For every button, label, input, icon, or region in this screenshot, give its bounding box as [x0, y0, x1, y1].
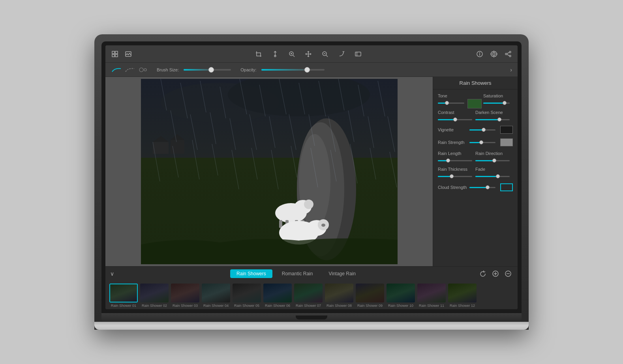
- add-icon[interactable]: [491, 269, 500, 278]
- rain-strength-swatch[interactable]: [500, 138, 513, 146]
- crop-icon[interactable]: [254, 49, 263, 59]
- toolbar-right-icons: [475, 49, 513, 59]
- toolbar-left-icons: [110, 49, 142, 59]
- rain-length-slider[interactable]: [438, 157, 475, 164]
- zoom-in-icon[interactable]: [287, 49, 296, 59]
- toolbar-center-icons: [142, 49, 475, 59]
- rain-strength-row: Rain Strength: [438, 138, 513, 146]
- screen-bezel: Brush Size: Opacity: ›: [101, 41, 522, 313]
- thumbnail-item[interactable]: Rain Shower 01: [109, 284, 138, 308]
- grid-icon[interactable]: [110, 49, 120, 59]
- info-icon[interactable]: [475, 49, 484, 59]
- rain-strength-slider[interactable]: [469, 139, 495, 146]
- thumbnail-item[interactable]: Rain Shower 12: [448, 284, 477, 308]
- redo-icon[interactable]: [337, 49, 346, 59]
- thumbnail-item[interactable]: Rain Shower 04: [202, 284, 230, 308]
- svg-rect-13: [355, 52, 361, 56]
- panel-title: Rain Showers: [433, 77, 518, 90]
- rain-thickness-slider[interactable]: [438, 173, 475, 179]
- brush-toolbar: Brush Size: Opacity: ›: [105, 63, 518, 77]
- svg-rect-1: [115, 51, 118, 54]
- vignette-row: Vignette: [438, 126, 513, 134]
- contrast-darken-row: Contrast Darken Scene: [438, 110, 513, 123]
- thumbnail-item[interactable]: Rain Shower 10: [387, 284, 415, 308]
- screen-content: Brush Size: Opacity: ›: [105, 45, 518, 309]
- brush-tool-1[interactable]: [111, 65, 122, 74]
- refresh-icon[interactable]: [478, 269, 488, 278]
- rain-thickness-label: Rain Thickness: [438, 167, 475, 172]
- rain-thickness-fade-row: Rain Thickness Fade: [438, 167, 513, 179]
- vignette-slider[interactable]: [469, 126, 495, 133]
- svg-rect-0: [112, 51, 114, 54]
- tone-color-swatch[interactable]: [467, 99, 482, 108]
- thumbnail-item[interactable]: Rain Shower 08: [325, 284, 353, 308]
- contrast-label: Contrast: [438, 110, 475, 115]
- rain-direction-slider[interactable]: [475, 157, 513, 164]
- bottom-icons: [478, 269, 513, 278]
- brush-size-slider[interactable]: [184, 69, 231, 71]
- zoom-out-icon[interactable]: [320, 49, 330, 59]
- darken-scene-slider[interactable]: [475, 116, 513, 123]
- laptop-base: [94, 322, 529, 330]
- brush-tools: [111, 65, 149, 74]
- thumbnail-item[interactable]: Rain Shower 03: [171, 284, 199, 308]
- brush-tool-3[interactable]: [138, 65, 149, 74]
- brush-tool-2[interactable]: [124, 65, 135, 74]
- svg-point-25: [144, 69, 146, 71]
- canvas-area: [105, 77, 433, 266]
- svg-point-20: [509, 51, 511, 53]
- contrast-slider[interactable]: [438, 116, 475, 123]
- svg-point-19: [505, 53, 507, 55]
- thumbnail-item[interactable]: Rain Shower 06: [263, 284, 292, 308]
- right-panel: Rain Showers Tone: [433, 77, 518, 266]
- fade-slider[interactable]: [475, 173, 513, 179]
- collapse-icon[interactable]: ∨: [110, 271, 114, 277]
- tone-slider[interactable]: [438, 100, 467, 106]
- tab-group: Rain Showers Romantic Rain Vintage Rain: [118, 269, 474, 278]
- svg-rect-3: [115, 54, 118, 57]
- cloud-strength-swatch[interactable]: [500, 183, 513, 191]
- thumbnail-item[interactable]: Rain Shower 05: [233, 284, 261, 308]
- move-icon[interactable]: [304, 49, 313, 59]
- svg-rect-2: [112, 54, 114, 57]
- rain-length-direction-row: Rain Length Rain Direction: [438, 151, 513, 164]
- rain-strength-label: Rain Strength: [438, 140, 469, 145]
- cloud-strength-row: Cloud Strength: [438, 183, 513, 191]
- saturation-label: Saturation: [483, 93, 513, 98]
- main-image: [141, 79, 398, 264]
- cloud-strength-slider[interactable]: [469, 184, 495, 191]
- opacity-label: Opacity:: [240, 67, 256, 72]
- minus-icon[interactable]: [503, 269, 513, 278]
- bottom-bar: ∨ Rain Showers Romantic Rain Vintage Rai…: [105, 266, 518, 280]
- svg-point-24: [139, 68, 143, 72]
- saturation-slider[interactable]: [483, 100, 513, 106]
- rock-element: [286, 107, 341, 241]
- laptop-bottom: [101, 313, 522, 322]
- rain-length-label: Rain Length: [438, 151, 475, 156]
- expand-icon[interactable]: ›: [510, 67, 512, 73]
- panel-controls: Tone Saturation: [433, 90, 518, 266]
- brush-size-label: Brush Size:: [157, 67, 179, 72]
- darken-scene-label: Darken Scene: [475, 110, 513, 115]
- pin-icon[interactable]: [270, 49, 280, 59]
- rain-direction-label: Rain Direction: [475, 151, 513, 156]
- vignette-label: Vignette: [438, 127, 469, 132]
- tone-label: Tone: [438, 93, 467, 98]
- tab-vintage-rain[interactable]: Vintage Rain: [322, 269, 362, 278]
- thumbnail-item[interactable]: Rain Shower 09: [356, 284, 384, 308]
- vignette-swatch[interactable]: [500, 126, 513, 134]
- thumbnail-item[interactable]: Rain Shower 02: [140, 284, 169, 308]
- share-icon[interactable]: [503, 49, 513, 59]
- gear-icon[interactable]: [489, 49, 499, 59]
- svg-line-7: [293, 55, 295, 57]
- fullscreen-icon[interactable]: [353, 49, 363, 59]
- tab-rain-showers[interactable]: Rain Showers: [230, 269, 272, 278]
- thumbnail-item[interactable]: Rain Shower 07: [294, 284, 323, 308]
- opacity-slider[interactable]: [261, 69, 325, 71]
- tab-romantic-rain[interactable]: Romantic Rain: [276, 269, 319, 278]
- thumbnail-item[interactable]: Rain Shower 11: [417, 284, 446, 308]
- photo-icon[interactable]: [124, 49, 133, 59]
- svg-line-22: [507, 52, 509, 54]
- svg-point-17: [480, 52, 480, 53]
- svg-line-11: [326, 55, 328, 57]
